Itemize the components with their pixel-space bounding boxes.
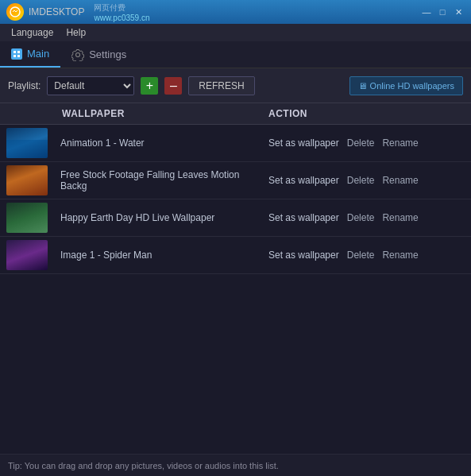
playlist-label: Playlist: <box>8 80 41 91</box>
thumbnail-cell <box>0 237 54 274</box>
main-tab-label: Main <box>27 48 49 60</box>
set-wallpaper-link[interactable]: Set as wallpaper <box>268 137 339 149</box>
delete-link[interactable]: Delete <box>347 212 375 223</box>
remove-playlist-button[interactable]: – <box>164 77 182 95</box>
refresh-button[interactable]: REFRESH <box>188 76 254 95</box>
menu-item-language[interactable]: Language <box>6 25 58 40</box>
delete-link[interactable]: Delete <box>347 250 375 261</box>
thumbnail-image <box>6 203 48 233</box>
settings-tab-label: Settings <box>89 48 126 60</box>
thumbnail-cell <box>0 162 54 199</box>
set-wallpaper-link[interactable]: Set as wallpaper <box>268 212 339 223</box>
online-wallpaper-label: Online HD wallpapers <box>370 81 454 91</box>
action-cell: Set as wallpaperDeleteRename <box>261 162 471 199</box>
title-left: IMDESKTOP 网页付费www.pc0359.cn <box>6 2 150 22</box>
monitor-icon: 🖥 <box>358 81 367 91</box>
wallpaper-name: Free Stock Footage Falling Leaves Motion… <box>54 162 261 199</box>
status-bar: Tip: You can drag and drop any pictures,… <box>0 454 471 476</box>
table-row: Animation 1 - WaterSet as wallpaperDelet… <box>0 125 471 162</box>
tab-settings[interactable]: Settings <box>60 41 137 68</box>
maximize-button[interactable]: □ <box>436 6 449 17</box>
app-logo <box>6 3 24 21</box>
rename-link[interactable]: Rename <box>382 137 418 149</box>
settings-icon <box>71 48 84 61</box>
table-row: Image 1 - Spider ManSet as wallpaperDele… <box>0 237 471 274</box>
thumbnail-image <box>6 128 48 158</box>
rename-link[interactable]: Rename <box>382 175 418 186</box>
thumbnail-cell <box>0 125 54 162</box>
tab-main[interactable]: Main <box>0 41 60 68</box>
online-wallpaper-button[interactable]: 🖥 Online HD wallpapers <box>349 76 463 95</box>
thumbnail-image <box>6 165 48 195</box>
minimize-button[interactable]: — <box>420 6 433 17</box>
title-controls: — □ ✕ <box>420 6 465 17</box>
table-row: Free Stock Footage Falling Leaves Motion… <box>0 162 471 199</box>
delete-link[interactable]: Delete <box>347 137 375 149</box>
set-wallpaper-link[interactable]: Set as wallpaper <box>268 250 339 261</box>
thumbnail-image <box>6 240 48 270</box>
set-wallpaper-link[interactable]: Set as wallpaper <box>268 175 339 186</box>
table-row: Happy Earth Day HD Live WallpaperSet as … <box>0 199 471 237</box>
svg-rect-3 <box>14 55 16 57</box>
toolbar: Playlist: Default Playlist 1 Playlist 2 … <box>0 68 471 103</box>
svg-rect-2 <box>17 51 20 53</box>
add-playlist-button[interactable]: + <box>141 77 158 95</box>
col-wallpaper: WALLPAPER <box>54 103 261 125</box>
action-cell: Set as wallpaperDeleteRename <box>261 237 471 274</box>
svg-rect-1 <box>14 51 16 53</box>
svg-rect-4 <box>17 55 20 57</box>
rename-link[interactable]: Rename <box>382 212 418 223</box>
close-button[interactable]: ✕ <box>452 6 465 17</box>
nav-bar: Main Settings <box>0 41 471 68</box>
table-body: Animation 1 - WaterSet as wallpaperDelet… <box>0 125 471 274</box>
wallpaper-table-container: WALLPAPER ACTION Animation 1 - WaterSet … <box>0 103 471 476</box>
menu-item-help[interactable]: Help <box>61 25 91 40</box>
col-thumb <box>0 103 54 125</box>
wallpaper-table: WALLPAPER ACTION Animation 1 - WaterSet … <box>0 103 471 274</box>
action-cell: Set as wallpaperDeleteRename <box>261 125 471 162</box>
app-title: IMDESKTOP <box>29 6 84 17</box>
col-action: ACTION <box>261 103 471 125</box>
title-bar: IMDESKTOP 网页付费www.pc0359.cn — □ ✕ <box>0 0 471 24</box>
action-cell: Set as wallpaperDeleteRename <box>261 199 471 237</box>
main-tab-icon <box>11 48 22 60</box>
content-area: Playlist: Default Playlist 1 Playlist 2 … <box>0 68 471 476</box>
delete-link[interactable]: Delete <box>347 175 375 186</box>
svg-point-0 <box>10 7 20 17</box>
watermark: 网页付费www.pc0359.cn <box>94 2 149 22</box>
table-header-row: WALLPAPER ACTION <box>0 103 471 125</box>
menu-bar: Language Help <box>0 24 471 41</box>
rename-link[interactable]: Rename <box>382 250 418 261</box>
playlist-select[interactable]: Default Playlist 1 Playlist 2 <box>47 76 134 95</box>
wallpaper-name: Image 1 - Spider Man <box>54 237 261 274</box>
wallpaper-name: Animation 1 - Water <box>54 125 261 162</box>
wallpaper-name: Happy Earth Day HD Live Wallpaper <box>54 199 261 237</box>
status-tip: Tip: You can drag and drop any pictures,… <box>8 461 279 470</box>
thumbnail-cell <box>0 199 54 237</box>
